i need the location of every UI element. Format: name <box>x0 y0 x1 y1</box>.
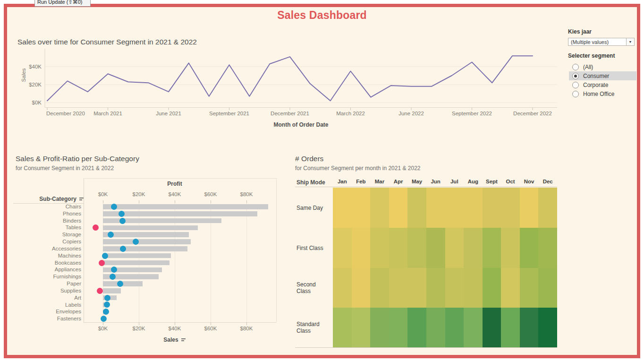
heatmap-cell[interactable] <box>389 308 408 347</box>
x-tick-label: December 2021 <box>259 111 321 116</box>
profit-dot[interactable] <box>108 232 114 238</box>
heatmap-cell[interactable] <box>407 308 426 347</box>
heatmap-cell[interactable] <box>426 268 445 308</box>
heatmap-cell[interactable] <box>501 268 520 308</box>
scatter-bottom-tick <box>139 322 139 325</box>
heatmap-cell[interactable] <box>538 228 557 268</box>
sub-category-label: Tables <box>13 224 81 230</box>
heatmap-cell[interactable] <box>352 188 371 228</box>
profit-dot[interactable] <box>104 295 110 301</box>
sub-category-label: Labels <box>13 302 81 308</box>
sales-bar[interactable] <box>103 253 171 259</box>
sub-category-label: Fasteners <box>13 316 81 321</box>
scatter-bottom-tick <box>246 322 247 325</box>
heatmap-cell[interactable] <box>426 308 445 347</box>
heatmap-cell[interactable] <box>407 188 426 228</box>
sub-category-label: Chairs <box>13 204 81 209</box>
heatmap-cell[interactable] <box>389 188 408 228</box>
scatter-bottom-tick <box>175 322 175 325</box>
profit-dot[interactable] <box>102 253 108 259</box>
radio-icon[interactable] <box>572 73 579 79</box>
heatmap-cell[interactable] <box>407 268 426 308</box>
sub-category-label: Accessories <box>13 246 81 251</box>
heatmap-cell[interactable] <box>352 268 371 308</box>
profit-tick-label: $80K <box>232 191 261 197</box>
sales-tick-label: $20K <box>125 326 153 331</box>
heatmap-cell[interactable] <box>520 228 539 268</box>
heatmap-cell[interactable] <box>445 188 464 228</box>
heatmap-cell[interactable] <box>520 268 539 308</box>
heatmap-cell[interactable] <box>426 228 445 268</box>
sales-bar[interactable] <box>103 246 187 251</box>
segment-option-all[interactable]: (All) <box>569 62 636 71</box>
heatmap-cell[interactable] <box>464 268 483 308</box>
radio-icon[interactable] <box>572 91 579 97</box>
heatmap-cell[interactable] <box>445 268 464 308</box>
profit-dot[interactable] <box>104 302 110 308</box>
sales-bar[interactable] <box>103 211 257 216</box>
heatmap-cell[interactable] <box>333 188 352 228</box>
heatmap-cell[interactable] <box>389 228 408 268</box>
sub-category-label: Paper <box>13 281 81 286</box>
sales-bar[interactable] <box>103 232 189 237</box>
heatmap-cell[interactable] <box>333 308 352 347</box>
line-chart: $0K$20K$40K <box>0 0 644 142</box>
heatmap-cell[interactable] <box>464 228 483 268</box>
x-tick-label: September 2022 <box>441 111 503 116</box>
profit-dot[interactable] <box>101 316 107 322</box>
sales-tick-label: $60K <box>196 326 225 331</box>
heatmap-cell[interactable] <box>501 228 520 268</box>
sub-category-label: Art <box>13 295 81 301</box>
segment-option-corporate[interactable]: Corporate <box>569 80 636 89</box>
heatmap-cell[interactable] <box>370 308 389 347</box>
heatmap-cell[interactable] <box>333 268 352 308</box>
heatmap-cell[interactable] <box>483 228 501 268</box>
profit-dot[interactable] <box>119 218 126 224</box>
heatmap-cell[interactable] <box>501 308 520 347</box>
heatmap-cell[interactable] <box>464 188 483 228</box>
heatmap-cell[interactable] <box>445 308 464 347</box>
heatmap-cell[interactable] <box>426 188 445 228</box>
heatmap-cell[interactable] <box>352 308 371 347</box>
heatmap-cell[interactable] <box>520 308 539 347</box>
heatmap-cell[interactable] <box>483 308 501 347</box>
profit-dot[interactable] <box>99 260 105 266</box>
profit-dot[interactable] <box>93 224 99 231</box>
heatmap-column-label: Dec <box>534 179 562 184</box>
sales-sort-icon[interactable] <box>181 336 186 344</box>
heatmap-cell[interactable] <box>520 188 539 228</box>
heatmap-cell[interactable] <box>538 308 557 347</box>
heatmap-cell[interactable] <box>445 228 464 268</box>
heatmap-cell[interactable] <box>538 268 557 308</box>
sales-bar[interactable] <box>103 204 268 209</box>
radio-icon[interactable] <box>572 82 579 88</box>
dropdown-arrow-icon[interactable]: ▼ <box>626 38 634 45</box>
year-filter-dropdown[interactable]: (Multiple values) ▼ <box>568 38 635 46</box>
heatmap-cell[interactable] <box>370 228 389 268</box>
x-tick-label: December 2022 <box>502 111 563 116</box>
scatter-bottom-tick <box>211 322 211 325</box>
heatmap-cell[interactable] <box>333 228 352 268</box>
sub-category-label: Appliances <box>13 267 81 272</box>
segment-option-home-office[interactable]: Home Office <box>569 89 636 98</box>
heatmap-cell[interactable] <box>464 308 483 347</box>
heatmap-cell[interactable] <box>389 268 408 308</box>
heatmap-cell[interactable] <box>483 188 501 228</box>
heatmap-cell[interactable] <box>407 228 426 268</box>
radio-icon[interactable] <box>572 64 579 70</box>
sales-bar[interactable] <box>103 225 198 231</box>
sales-bar[interactable] <box>103 239 191 244</box>
sales-bar[interactable] <box>103 288 121 293</box>
heatmap-cell[interactable] <box>370 188 389 228</box>
profit-dot[interactable] <box>97 288 103 294</box>
heatmap-cell[interactable] <box>538 188 557 228</box>
year-filter-value: (Multiple values) <box>571 39 609 45</box>
profit-dot[interactable] <box>117 281 123 287</box>
heatmap-cell[interactable] <box>352 228 371 268</box>
heatmap-cell[interactable] <box>370 268 389 308</box>
sales-bar[interactable] <box>103 260 169 266</box>
segment-option-consumer[interactable]: Consumer <box>569 71 636 80</box>
heatmap-cell[interactable] <box>501 188 520 228</box>
heatmap-cell[interactable] <box>483 268 501 308</box>
scatter-top-tick <box>139 200 139 203</box>
